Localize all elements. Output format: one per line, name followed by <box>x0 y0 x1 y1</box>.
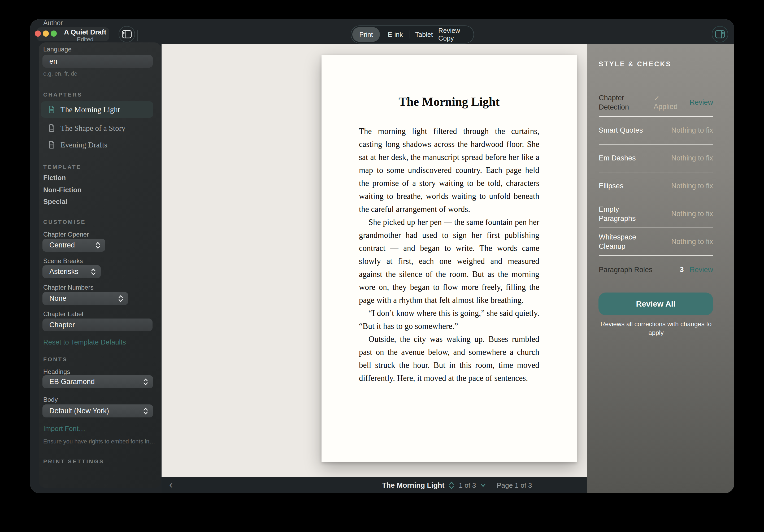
stepper-icon <box>95 241 100 250</box>
check-status: Nothing to fix <box>671 126 713 134</box>
check-row-ellipses: EllipsesNothing to fix <box>599 172 713 200</box>
checks-list: Chapter Detection✓ AppliedReviewSmart Qu… <box>599 89 713 284</box>
sidebar-divider <box>43 211 153 211</box>
minimize-window-button[interactable] <box>43 31 49 37</box>
check-review-link[interactable]: Review <box>689 266 713 274</box>
chapter-item-3[interactable]: Evening Drafts <box>41 137 153 153</box>
template-item-special[interactable]: Special <box>43 198 67 206</box>
check-label: Empty Paragraphs <box>599 205 655 223</box>
sidebar-right-icon <box>715 30 725 39</box>
template-item-fiction[interactable]: Fiction <box>43 174 66 182</box>
review-all-caption: Reviews all corrections with changes to … <box>599 320 713 337</box>
template-section-header: TEMPLATE <box>43 164 82 170</box>
chapter-item-2[interactable]: The Shape of a Story <box>41 120 153 136</box>
embed-fonts-hint: Ensure you have rights to embed fonts in… <box>43 438 155 445</box>
headings-font-label: Headings <box>43 368 70 376</box>
template-item-non-fiction[interactable]: Non-Fiction <box>43 186 82 194</box>
chapter-position: 1 of 3 <box>459 481 476 489</box>
previous-chapter-button[interactable]: ‹ <box>169 477 173 493</box>
sidebar-left-icon <box>122 30 132 39</box>
chapters-section-header: CHAPTERS <box>43 91 83 98</box>
stepper-icon <box>91 267 96 276</box>
chapter-opener-value: Centred <box>49 241 75 249</box>
check-result: Nothing to fix <box>671 182 713 190</box>
app-window: Author A Quiet Draft Edited PrintE-inkTa… <box>30 19 734 493</box>
scene-breaks-label: Scene Breaks <box>43 257 83 265</box>
review-all-button[interactable]: Review All <box>599 292 713 315</box>
chapter-item-title: The Morning Light <box>61 105 120 114</box>
document-edited-status: Edited <box>61 36 109 43</box>
chapter-numbers-select[interactable]: None <box>43 292 128 305</box>
chapter-body-text: The morning light filtered through the c… <box>359 125 539 385</box>
check-label: Em Dashes <box>599 154 655 163</box>
document-icon <box>49 106 55 113</box>
check-label: Ellipses <box>599 181 655 191</box>
sidebar-toggle-button[interactable] <box>118 26 135 43</box>
stepper-icon <box>118 294 123 303</box>
output-mode-segmented-control: PrintE-inkTabletReview Copy <box>351 26 474 44</box>
headings-font-select[interactable]: EB Garamond <box>43 375 153 388</box>
check-label: Paragraph Roles <box>599 265 655 274</box>
chapter-opener-select[interactable]: Centred <box>43 239 105 252</box>
chapter-numbers-value: None <box>49 294 67 303</box>
check-count-badge: 3 <box>679 266 683 274</box>
body-paragraph: Outside, the city was waking up. Buses r… <box>359 333 539 385</box>
check-result: Nothing to fix <box>671 126 713 134</box>
scene-breaks-select[interactable]: Asterisks <box>43 265 101 278</box>
body-paragraph: The morning light filtered through the c… <box>359 125 539 216</box>
check-row-chapter-detection: Chapter Detection✓ AppliedReview <box>599 89 713 117</box>
chapter-dropdown-chevron-icon[interactable] <box>480 483 486 487</box>
chapter-opener-label: Chapter Opener <box>43 231 89 238</box>
body-paragraph: She picked up her pen — the same fountai… <box>359 216 539 306</box>
checks-panel-header: STYLE & CHECKS <box>599 60 671 68</box>
document-icon <box>49 141 55 148</box>
body-font-value: Default (New York) <box>49 407 109 415</box>
chapter-title: The Morning Light <box>321 95 577 109</box>
chapter-label-input[interactable]: Chapter <box>43 318 152 331</box>
check-result: Nothing to fix <box>671 154 713 162</box>
check-row-smart-quotes: Smart QuotesNothing to fix <box>599 117 713 144</box>
check-review-link[interactable]: Review <box>689 98 713 106</box>
page-position: Page 1 of 3 <box>497 481 532 489</box>
chapter-stepper-icon[interactable] <box>449 481 455 490</box>
check-status: Nothing to fix <box>671 182 713 190</box>
headings-font-value: EB Garamond <box>49 378 95 386</box>
body-font-select[interactable]: Default (New York) <box>43 405 153 418</box>
stepper-icon <box>143 407 148 415</box>
mode-tab-tablet[interactable]: Tablet <box>410 27 438 42</box>
reset-template-defaults-link[interactable]: Reset to Template Defaults <box>43 338 126 346</box>
mode-tab-e-ink[interactable]: E-ink <box>381 27 410 42</box>
check-label: Smart Quotes <box>599 126 655 135</box>
check-row-paragraph-roles: Paragraph Roles3Review <box>599 256 713 284</box>
chapter-item-title: Evening Drafts <box>61 140 107 149</box>
close-window-button[interactable] <box>35 31 41 37</box>
document-title: A Quiet Draft <box>61 28 109 36</box>
checks-panel-toggle-button[interactable] <box>712 26 728 43</box>
zoom-window-button[interactable] <box>51 31 57 37</box>
author-field-label: Author <box>43 19 63 27</box>
check-result: ✓ AppliedReview <box>654 94 713 111</box>
check-label: Whitespace Cleanup <box>599 233 655 251</box>
fonts-section-header: FONTS <box>43 356 67 363</box>
print-settings-section-header: PRINT SETTINGS <box>43 458 104 465</box>
import-font-link[interactable]: Import Font… <box>43 425 86 433</box>
mode-tab-print[interactable]: Print <box>352 27 380 42</box>
body-paragraph: “I don’t know where this is going,” she … <box>359 306 539 333</box>
style-and-checks-panel: STYLE & CHECKS Chapter Detection✓ Applie… <box>587 44 734 493</box>
statusbar-chapter-title: The Morning Light <box>382 481 444 489</box>
mode-tab-review-copy[interactable]: Review Copy <box>438 27 474 42</box>
language-input[interactable]: en <box>43 55 153 68</box>
body-font-label: Body <box>43 396 58 403</box>
document-icon <box>49 124 55 132</box>
language-hint: e.g. en, fr, de <box>43 70 77 77</box>
chapter-pagination: The Morning Light 1 of 3 Page 1 of 3 <box>382 477 532 493</box>
chapter-item-title: The Shape of a Story <box>61 124 125 133</box>
check-status: Nothing to fix <box>671 210 713 218</box>
chapter-item-1[interactable]: The Morning Light <box>41 101 153 118</box>
stepper-icon <box>143 378 148 386</box>
manuscript-page: The Morning Light The morning light filt… <box>321 55 577 462</box>
check-status: Nothing to fix <box>671 154 713 162</box>
status-bar: ‹ The Morning Light 1 of 3 Page 1 of 3 <box>162 477 587 493</box>
check-result: Nothing to fix <box>671 210 713 218</box>
check-label: Chapter Detection <box>599 93 654 112</box>
